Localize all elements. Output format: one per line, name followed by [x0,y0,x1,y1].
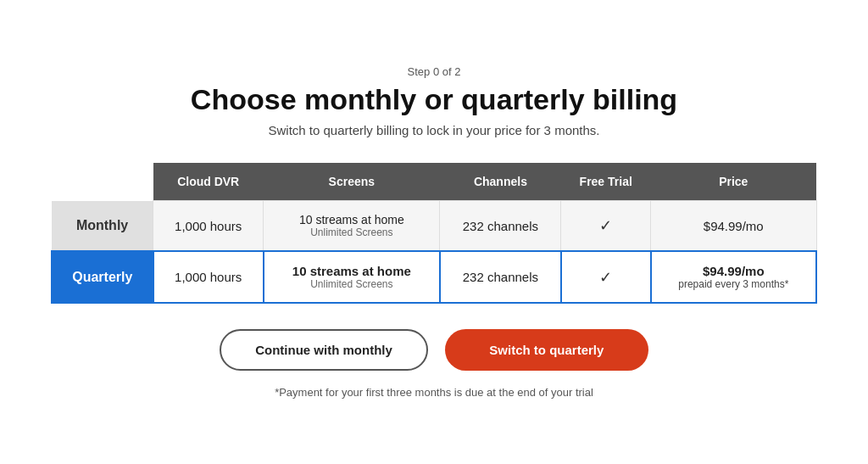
col-price: Price [651,163,816,201]
col-cloud-dvr: Cloud DVR [153,163,264,201]
table-row-monthly: Monthly 1,000 hours 10 streams at home U… [52,201,816,252]
header: Step 0 of 2 Choose monthly or quarterly … [51,65,817,137]
subtitle: Switch to quarterly billing to lock in y… [51,123,817,137]
col-empty [52,163,153,201]
monthly-screens: 10 streams at home Unlimited Screens [264,201,440,252]
continue-monthly-button[interactable]: Continue with monthly [220,329,428,371]
main-title: Choose monthly or quarterly billing [51,83,817,116]
monthly-channels: 232 channels [440,201,561,252]
quarterly-label: Quarterly [52,251,153,303]
billing-table-wrapper: Cloud DVR Screens Channels Free Trial Pr… [51,163,817,304]
col-free-trial: Free Trial [561,163,651,201]
table-row-quarterly: Quarterly 1,000 hours 10 streams at home… [52,251,816,303]
monthly-checkmark: ✓ [599,217,612,234]
monthly-cloud-dvr: 1,000 hours [153,201,264,252]
monthly-label: Monthly [52,201,153,252]
buttons-row: Continue with monthly Switch to quarterl… [51,329,817,371]
quarterly-screens-sub: Unlimited Screens [273,278,431,290]
quarterly-checkmark: ✓ [599,269,612,286]
quarterly-free-trial: ✓ [561,251,651,303]
switch-quarterly-button[interactable]: Switch to quarterly [445,329,648,371]
monthly-free-trial: ✓ [561,201,651,252]
monthly-price: $94.99/mo [651,201,816,252]
monthly-screens-sub: Unlimited Screens [272,226,431,238]
quarterly-price: $94.99/mo prepaid every 3 months* [651,251,816,303]
quarterly-screens: 10 streams at home Unlimited Screens [264,251,440,303]
quarterly-screens-main: 10 streams at home [273,264,431,278]
footnote: *Payment for your first three months is … [51,386,817,399]
billing-table: Cloud DVR Screens Channels Free Trial Pr… [51,163,817,304]
quarterly-price-main: $94.99/mo [660,264,807,278]
quarterly-cloud-dvr: 1,000 hours [153,251,264,303]
quarterly-channels: 232 channels [440,251,561,303]
quarterly-price-sub: prepaid every 3 months* [660,278,807,290]
col-screens: Screens [264,163,440,201]
page-container: Step 0 of 2 Choose monthly or quarterly … [0,48,868,416]
col-channels: Channels [440,163,561,201]
monthly-screens-main: 10 streams at home [272,213,431,226]
step-label: Step 0 of 2 [51,65,817,78]
